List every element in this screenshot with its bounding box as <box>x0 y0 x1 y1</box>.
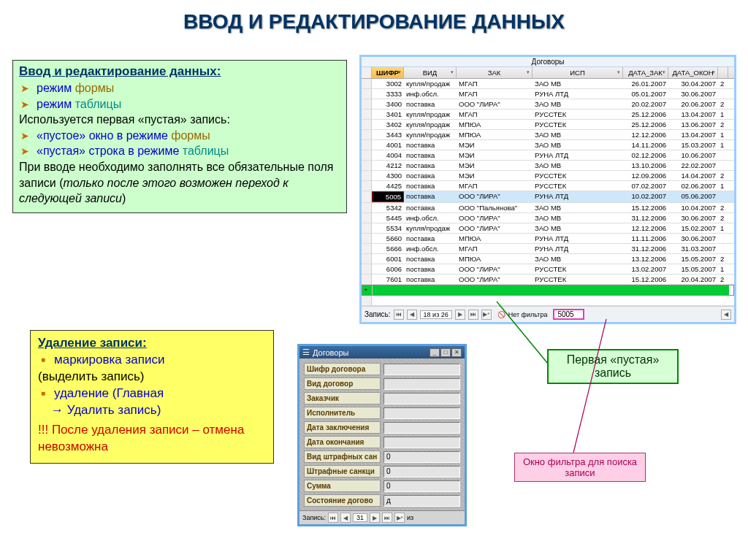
form-navigator: Запись: ⏮ ◀ 31 ▶ ⏭ ▶* из <box>299 510 465 524</box>
triangle-bullet-icon: ➤ <box>19 145 31 158</box>
grid-caption: Договоры <box>362 57 734 67</box>
nav-new-icon[interactable]: ▶* <box>394 513 405 523</box>
minimize-icon[interactable]: _ <box>430 348 440 357</box>
form-field[interactable] <box>383 364 460 375</box>
nav-prev-icon[interactable]: ◀ <box>340 513 351 523</box>
form-row: Сумма0 <box>304 480 460 492</box>
col-header-isp[interactable]: ИСП▾ <box>533 67 623 78</box>
form-label: Заказчик <box>304 392 381 404</box>
form-label: Вид штрафных сан <box>304 450 381 463</box>
green-p2: При вводе необходимо заполнять все обяза… <box>19 159 340 207</box>
table-row[interactable]: 7601поставкаООО "ЛИРА"РУССТЕК15.12.20062… <box>362 275 734 285</box>
form-field[interactable]: д <box>383 495 460 507</box>
nav-first-icon[interactable]: ⏮ <box>328 513 338 523</box>
form-row: Вид договор <box>304 377 460 390</box>
scroll-left-icon[interactable]: ◀ <box>721 310 731 320</box>
form-row: Дата окончания <box>304 436 460 448</box>
table-row[interactable]: 5445инф.обсл.ООО "ЛИРА"ЗАО МВ31.12.20063… <box>362 213 734 223</box>
form-label: Дата заключения <box>304 421 381 434</box>
nav-last-icon[interactable]: ⏭ <box>468 310 478 320</box>
form-field[interactable]: 0 <box>383 480 460 492</box>
square-bullet-icon: ■ <box>38 355 48 365</box>
table-row[interactable]: 5534купля/продажООО "ЛИРА"ЗАО МВ12.12.20… <box>362 223 734 234</box>
grid-body[interactable]: 3002купля/продажМГАПЗАО МВ26.01.200730.0… <box>362 79 734 306</box>
triangle-bullet-icon: ➤ <box>19 82 31 96</box>
form-row: Вид штрафных сан0 <box>304 450 460 463</box>
form-field[interactable] <box>383 393 460 404</box>
nav-prev-icon[interactable]: ◀ <box>407 310 417 320</box>
table-row[interactable]: 3443купля/продажМПЮАЗАО МВ12.12.200613.0… <box>362 130 734 140</box>
maximize-icon[interactable]: □ <box>440 348 451 357</box>
form-field[interactable]: 0 <box>383 466 460 477</box>
table-row[interactable]: 4001поставкаМЭИЗАО МВ14.11.200615.03.200… <box>362 140 734 150</box>
col-header-shifr[interactable]: ШИФР▾ <box>372 67 404 78</box>
form-icon: ☰ <box>302 348 310 357</box>
svg-line-1 <box>573 319 606 453</box>
form-window: ☰ Договоры _ □ ✕ Шифр договораВид догово… <box>297 344 467 526</box>
table-row[interactable]: 3400поставкаООО "ЛИРА"ЗАО МВ20.02.200720… <box>362 99 734 110</box>
form-row: Заказчик <box>304 392 460 404</box>
form-label: Дата окончания <box>304 436 381 448</box>
col-header-do[interactable]: ДАТА_ОКОН▾ <box>668 67 718 78</box>
record-position[interactable]: 31 <box>353 513 367 522</box>
form-field[interactable] <box>383 407 460 419</box>
form-label: Шифр договора <box>304 363 381 375</box>
nav-next-icon[interactable]: ▶ <box>455 310 465 320</box>
green-p1: Используется первая «пустая» запись: <box>19 112 340 128</box>
triangle-bullet-icon: ➤ <box>19 98 31 112</box>
table-row[interactable]: 4425поставкаМГАПРУССТЕК07.02.200702.06.2… <box>362 181 734 191</box>
table-row[interactable]: 3402купля/продажМПЮАРУССТЕК25.12.200613.… <box>362 120 734 130</box>
close-icon[interactable]: ✕ <box>451 348 462 357</box>
col-header-zak[interactable]: ЗАК▾ <box>457 67 533 78</box>
form-row: Дата заключения <box>304 421 460 434</box>
form-row: Штрафные санкци0 <box>304 465 460 477</box>
datasheet-window: Договоры ШИФР▾ ВИД▾ ЗАК▾ ИСП▾ ДАТА_ЗАК▾ … <box>359 55 736 324</box>
green-heading: Ввод и редактирование данных: <box>19 64 340 80</box>
form-field[interactable] <box>383 422 460 434</box>
filter-search-box[interactable]: 5005 <box>553 309 584 320</box>
warning-text: !!! После удаления записи – отмена невоз… <box>38 422 266 456</box>
callout-filter: Окно фильтра для поиска записи <box>514 453 646 482</box>
form-label: Вид договор <box>304 377 381 390</box>
table-row[interactable]: 5342поставкаООО "Пальянова"ЗАО МВ15.12.2… <box>362 203 734 213</box>
page-title: ВВОД И РЕДАКТИРОВАНИЕ ДАННЫХ <box>0 0 748 41</box>
form-label: Штрафные санкци <box>304 465 381 477</box>
form-row: Состояние договод <box>304 494 460 507</box>
table-row[interactable]: 6006поставкаООО "ЛИРА"РУССТЕК13.02.20071… <box>362 264 734 275</box>
nav-last-icon[interactable]: ⏭ <box>382 513 392 523</box>
new-record-row[interactable]: * <box>362 285 734 296</box>
record-navigator: Запись: ⏮ ◀ 18 из 26 ▶ ⏭ ▶* 🚫 Нет фильтр… <box>362 306 734 322</box>
info-box-input: Ввод и редактирование данных: ➤ режим фо… <box>12 60 347 213</box>
form-titlebar[interactable]: ☰ Договоры _ □ ✕ <box>299 346 465 358</box>
col-header-dz[interactable]: ДАТА_ЗАК▾ <box>623 67 668 78</box>
info-box-delete: Удаление записи: ■ маркировка записи (вы… <box>30 330 274 464</box>
table-row[interactable]: 3333инф.обсл.МГАПРУНА ЛТД05.01.200730.06… <box>362 89 734 99</box>
record-position[interactable]: 18 из 26 <box>420 310 452 319</box>
table-row[interactable]: 5666инф.обсл.МГАПРУНА ЛТД31.12.200631.03… <box>362 244 734 254</box>
table-row[interactable]: 4212поставкаМЭИЗАО МВ13.10.200622.02.200… <box>362 161 734 171</box>
form-field[interactable]: 0 <box>383 451 460 463</box>
form-row: Шифр договора <box>304 363 460 375</box>
callout-empty-record: Первая «пустая» запись <box>547 349 679 384</box>
form-label: Сумма <box>304 480 381 492</box>
col-header-vid[interactable]: ВИД▾ <box>404 67 457 78</box>
nav-first-icon[interactable]: ⏮ <box>394 310 404 320</box>
table-row[interactable]: 3002купля/продажМГАПЗАО МВ26.01.200730.0… <box>362 79 734 89</box>
form-label: Исполнитель <box>304 407 381 419</box>
nav-next-icon[interactable]: ▶ <box>370 513 380 523</box>
table-row[interactable]: 3401купля/продажМГАПРУССТЕК25.12.200613.… <box>362 110 734 120</box>
nav-new-icon[interactable]: ▶* <box>481 310 492 320</box>
square-bullet-icon: ■ <box>38 388 48 399</box>
table-row[interactable]: 5660поставкаМПЮАРУНА ЛТД11.11.200630.06.… <box>362 234 734 244</box>
table-row[interactable]: 4004поставкаМЭИРУНА ЛТД02.12.200610.06.2… <box>362 150 734 161</box>
form-field[interactable] <box>383 437 460 448</box>
table-row[interactable]: 5005поставкаООО "ЛИРА"РУНА ЛТД10.02.2007… <box>362 191 734 203</box>
table-row[interactable]: 4300поставкаМЭИРУССТЕК12.09.200614.04.20… <box>362 171 734 181</box>
grid-header-row: ШИФР▾ ВИД▾ ЗАК▾ ИСП▾ ДАТА_ЗАК▾ ДАТА_ОКОН… <box>362 67 734 79</box>
form-label: Состояние догово <box>304 494 381 507</box>
table-row[interactable]: 6001поставкаМПЮАЗАО МВ13.12.200615.05.20… <box>362 254 734 264</box>
triangle-bullet-icon: ➤ <box>19 129 31 143</box>
form-row: Исполнитель <box>304 407 460 419</box>
form-field[interactable] <box>383 378 460 390</box>
yellow-heading: Удаление записи: <box>38 335 266 352</box>
